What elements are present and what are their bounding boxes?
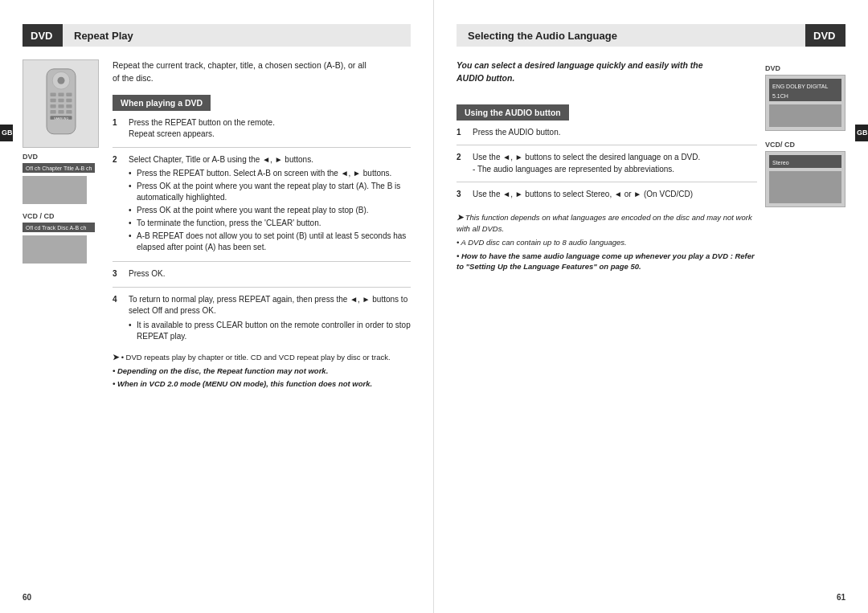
left-dvd-label: DVD bbox=[23, 24, 63, 47]
dvd-label-left: DVD bbox=[23, 153, 38, 161]
note-3: • When in VCD 2.0 mode (MENU ON mode), t… bbox=[113, 378, 411, 389]
step-4-main: To return to normal play, press REPEAT a… bbox=[129, 295, 407, 316]
gb-badge-right: GB bbox=[855, 125, 868, 141]
right-section-header: Selecting the Audio Language DVD bbox=[457, 24, 845, 47]
step-4-bullets: It is available to press CLEAR button on… bbox=[129, 320, 411, 342]
step-2-bullet-2: Press OK at the point where you want the… bbox=[129, 181, 411, 203]
right-dvd-screen-bar: ENG DOLBY DIGITAL 5.1CH bbox=[769, 79, 841, 101]
right-vcd-screen-box: Stereo bbox=[765, 151, 845, 207]
svg-rect-5 bbox=[66, 93, 72, 97]
right-vcd-screen-bar: Stereo bbox=[769, 155, 841, 168]
step-3: 3 Press OK. bbox=[113, 268, 411, 280]
step-1-sub: Repeat screen appears. bbox=[129, 129, 215, 138]
svg-rect-3 bbox=[50, 93, 55, 97]
svg-rect-8 bbox=[66, 99, 72, 103]
right-notes: ➤ This function depends on what language… bbox=[457, 212, 757, 272]
right-vcd-screen-gray bbox=[769, 171, 841, 203]
left-page: GB DVD Repeat Play bbox=[0, 0, 434, 613]
left-section-header: DVD Repeat Play bbox=[23, 24, 411, 47]
right-steps: 1 Press the AUDIO button. 2 Use the ◄, ►… bbox=[457, 127, 757, 201]
step-4: 4 To return to normal play, press REPEAT… bbox=[113, 294, 411, 344]
step-2: 2 Select Chapter, Title or A-B using the… bbox=[113, 154, 411, 255]
right-step-3: 3 Use the ◄, ► buttons to select Stereo,… bbox=[457, 189, 757, 201]
note-2: • Depending on the disc, the Repeat func… bbox=[113, 366, 411, 376]
right-dvd-screen-box: ENG DOLBY DIGITAL 5.1CH bbox=[765, 75, 845, 131]
left-intro-line1: Repeat the current track, chapter, title… bbox=[113, 60, 366, 70]
vcd-screen-text: Ofl cd Track Disc A-B ch bbox=[26, 225, 86, 231]
step-1-main: Press the REPEAT button on the remote. bbox=[129, 118, 275, 127]
right-step-2-main: Use the ◄, ► buttons to select the desir… bbox=[473, 153, 700, 161]
right-device-images: DVD ENG DOLBY DIGITAL 5.1CH VCD/ CD Ster… bbox=[765, 59, 845, 275]
step-3-main: Press OK. bbox=[129, 269, 166, 278]
left-instructions: Repeat the current track, chapter, title… bbox=[113, 59, 411, 391]
note-3-text: • When in VCD 2.0 mode (MENU ON mode), t… bbox=[113, 379, 372, 388]
gb-badge-left: GB bbox=[0, 125, 13, 141]
right-dvd-screen-gray bbox=[769, 104, 841, 127]
dvd-screen-text: Ofl ch Chapter Title A-B ch bbox=[26, 166, 92, 171]
right-page-number: 61 bbox=[837, 593, 845, 602]
step-2-bullet-3: Press OK at the point where you want the… bbox=[129, 205, 411, 216]
right-sub-section: Using the AUDIO button bbox=[457, 104, 569, 121]
svg-text:SAMSUNG: SAMSUNG bbox=[54, 117, 68, 121]
left-notes: ➤ • DVD repeats play by chapter or title… bbox=[113, 352, 411, 390]
dvd-screen-gray bbox=[23, 176, 87, 204]
right-vcd-screen-text: Stereo bbox=[772, 160, 789, 166]
right-note-1: ➤ This function depends on what language… bbox=[457, 212, 757, 234]
svg-rect-9 bbox=[50, 104, 55, 108]
vcd-screen-display: Ofl cd Track Disc A-B ch bbox=[23, 223, 95, 232]
right-step-2: 2 Use the ◄, ► buttons to select the des… bbox=[457, 152, 757, 175]
note-1-text: • DVD repeats play by chapter or title. … bbox=[121, 353, 391, 362]
right-step-2-sub: - The audio languages are represented by… bbox=[473, 165, 674, 174]
step-4-bullet-1: It is available to press CLEAR button on… bbox=[129, 320, 411, 342]
note-2-text: • Depending on the disc, the Repeat func… bbox=[113, 366, 328, 375]
svg-rect-10 bbox=[58, 104, 63, 108]
right-instructions: You can select a desired language quickl… bbox=[457, 59, 757, 275]
right-note-2: • A DVD disc can contain up to 8 audio l… bbox=[457, 237, 757, 247]
right-note-3-text: • How to have the same audio language co… bbox=[457, 251, 755, 271]
step-2-bullet-4: To terminate the function, press the 'CL… bbox=[129, 218, 411, 229]
right-step-1: 1 Press the AUDIO button. bbox=[457, 127, 757, 139]
right-step-3-main: Use the ◄, ► buttons to select Stereo, ◄… bbox=[473, 190, 693, 198]
right-dvd-screen-text: ENG DOLBY DIGITAL 5.1CH bbox=[772, 84, 828, 99]
step-1: 1 Press the REPEAT button on the remote.… bbox=[113, 117, 411, 141]
right-vcd-screen-label: VCD/ CD bbox=[765, 141, 795, 149]
right-dvd-screen-label: DVD bbox=[765, 64, 780, 72]
right-page: GB Selecting the Audio Language DVD You … bbox=[434, 0, 868, 613]
right-note-3: • How to have the same audio language co… bbox=[457, 251, 757, 272]
svg-rect-14 bbox=[66, 110, 72, 114]
right-dvd-label: DVD bbox=[805, 24, 845, 47]
step-2-bullets: Press the REPEAT button. Select A-B on s… bbox=[129, 168, 411, 253]
svg-rect-13 bbox=[58, 110, 63, 114]
step-2-bullet-5: A-B REPEAT does not allow you to set poi… bbox=[129, 231, 411, 253]
vcd-screen-gray bbox=[23, 235, 87, 264]
step-2-bullet-1: Press the REPEAT button. Select A-B on s… bbox=[129, 168, 411, 179]
left-intro: Repeat the current track, chapter, title… bbox=[113, 59, 411, 85]
right-note-2-text: • A DVD disc can contain up to 8 audio l… bbox=[457, 238, 627, 247]
left-page-number: 60 bbox=[23, 593, 31, 602]
note-1: ➤ • DVD repeats play by chapter or title… bbox=[113, 352, 411, 363]
svg-rect-12 bbox=[50, 110, 55, 114]
left-steps: 1 Press the REPEAT button on the remote.… bbox=[113, 117, 411, 344]
step-2-main: Select Chapter, Title or A-B using the ◄… bbox=[129, 155, 313, 164]
left-sub-section: When playing a DVD bbox=[113, 95, 211, 111]
svg-rect-4 bbox=[58, 93, 63, 97]
vcd-label-left: VCD / CD bbox=[23, 212, 55, 220]
svg-rect-6 bbox=[50, 99, 55, 103]
right-step-1-main: Press the AUDIO button. bbox=[473, 128, 561, 137]
right-content-area: You can select a desired language quickl… bbox=[457, 59, 845, 275]
svg-rect-7 bbox=[58, 99, 63, 103]
page: GB DVD Repeat Play bbox=[0, 0, 868, 613]
right-intro-bold2: AUDIO button. bbox=[457, 73, 514, 83]
left-content-area: SAMSUNG DVD Ofl ch Chapter Title A-B ch … bbox=[23, 59, 411, 391]
right-intro: You can select a desired language quickl… bbox=[457, 59, 757, 85]
dvd-screen-display: Ofl ch Chapter Title A-B ch bbox=[23, 163, 95, 173]
right-section-title: Selecting the Audio Language bbox=[457, 24, 805, 47]
svg-point-2 bbox=[57, 77, 64, 84]
svg-rect-11 bbox=[66, 104, 72, 108]
right-intro-bold1: You can select a desired language quickl… bbox=[457, 60, 703, 70]
right-note-1-text: This function depends on what languages … bbox=[457, 213, 752, 233]
left-intro-line2: of the disc. bbox=[113, 73, 154, 83]
remote-image: SAMSUNG bbox=[23, 59, 99, 148]
left-section-title: Repeat Play bbox=[63, 24, 411, 47]
